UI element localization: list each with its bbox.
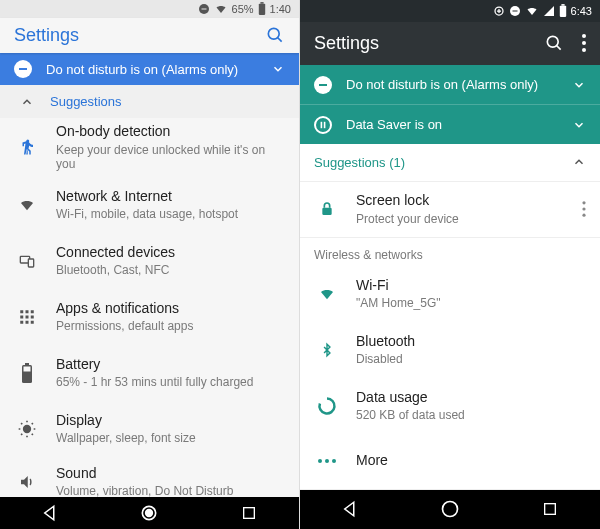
dnd-banner[interactable]: Do not disturb is on (Alarms only) [300,65,600,104]
network-internet-item[interactable]: Network & Internet Wi-Fi, mobile, data u… [0,177,299,233]
item-sub: Wallpaper, sleep, font size [56,431,285,445]
suggestion-card[interactable]: On-body detection Keep your device unloc… [0,118,299,177]
nav-bar [300,490,600,529]
back-button[interactable] [330,495,370,523]
suggestions-label: Suggestions [50,94,122,109]
svg-rect-3 [260,2,263,4]
battery-icon [14,363,40,383]
svg-rect-14 [26,315,29,318]
svg-rect-15 [31,315,34,318]
back-button[interactable] [30,499,70,527]
data-usage-item[interactable]: Data usage 520 KB of data used [300,378,600,434]
svg-rect-28 [512,10,517,11]
lock-icon [314,199,340,219]
battery-status-icon [258,2,266,15]
dnd-banner-text: Do not disturb is on (Alarms only) [346,77,572,92]
item-title: Data usage [356,389,586,407]
section-label: Wireless & networks [300,238,600,266]
overflow-menu-icon[interactable] [582,34,586,52]
status-bar: 65% 1:40 [0,0,299,18]
svg-rect-29 [559,6,565,17]
svg-rect-39 [322,208,331,215]
search-icon[interactable] [265,25,285,45]
signal-status-icon [543,5,555,17]
item-sub: 520 KB of data used [356,408,586,422]
chevron-down-icon [572,78,586,92]
svg-rect-2 [258,4,264,15]
apps-notifications-item[interactable]: Apps & notifications Permissions, defaul… [0,289,299,345]
dnd-banner[interactable]: Do not disturb is on (Alarms only) [0,53,299,85]
svg-rect-11 [26,310,29,313]
page-title: Settings [14,25,265,46]
svg-point-41 [582,207,585,210]
battery-item[interactable]: Battery 65% - 1 hr 53 mins until fully c… [0,345,299,401]
svg-point-22 [24,426,31,433]
svg-rect-13 [20,315,23,318]
svg-rect-1 [201,8,206,9]
svg-point-46 [443,502,458,517]
home-button[interactable] [430,495,470,523]
svg-point-42 [582,214,585,217]
data-usage-icon [314,396,340,416]
home-button[interactable] [129,499,169,527]
suggestion-sub: Keep your device unlocked while it's on … [56,143,285,172]
overflow-menu-icon[interactable] [574,201,586,217]
clock: 1:40 [270,3,291,15]
item-title: Display [56,412,285,430]
svg-rect-36 [319,84,327,86]
svg-rect-12 [31,310,34,313]
recents-button[interactable] [530,495,570,523]
app-bar: Settings [300,22,600,65]
display-item[interactable]: Display Wallpaper, sleep, font size [0,401,299,457]
suggestion-card[interactable]: Screen lock Protect your device [300,182,600,238]
minus-circle-icon [14,60,32,78]
chevron-up-icon [572,155,586,169]
wifi-status-icon [214,3,228,15]
status-bar: 6:43 [300,0,600,22]
recents-button[interactable] [229,499,269,527]
wifi-item[interactable]: Wi-Fi "AM Home_5G" [300,266,600,322]
svg-rect-17 [26,321,29,324]
suggestions-header[interactable]: Suggestions (1) [300,144,600,182]
sound-item[interactable]: Sound Volume, vibration, Do Not Disturb [0,457,299,497]
connected-devices-item[interactable]: Connected devices Bluetooth, Cast, NFC [0,233,299,289]
wifi-status-icon [525,5,539,17]
svg-point-44 [325,459,329,463]
app-bar: Settings [0,18,299,53]
data-saver-banner[interactable]: Data Saver is on [300,104,600,143]
svg-point-45 [332,459,336,463]
svg-point-35 [582,48,586,52]
item-sub: 65% - 1 hr 53 mins until fully charged [56,375,285,389]
svg-point-24 [146,510,153,517]
item-title: Battery [56,356,285,374]
volume-icon [14,473,40,491]
item-title: More [356,452,586,470]
bluetooth-item[interactable]: Bluetooth Disabled [300,322,600,378]
suggestion-title: On-body detection [56,123,285,141]
chevron-down-icon [271,62,285,76]
svg-rect-21 [24,366,31,371]
wifi-icon [14,197,40,213]
suggestions-header[interactable]: Suggestions [0,85,299,118]
item-title: Network & Internet [56,188,285,206]
walking-icon [14,136,40,158]
item-sub: Bluetooth, Cast, NFC [56,263,285,277]
item-title: Connected devices [56,244,285,262]
wifi-icon [314,286,340,302]
dnd-status-icon [198,3,210,15]
svg-rect-6 [19,68,27,70]
svg-rect-25 [244,508,255,519]
bluetooth-icon [314,340,340,360]
more-item[interactable]: More [300,434,600,490]
svg-rect-47 [545,504,556,515]
dnd-banner-text: Do not disturb is on (Alarms only) [46,62,271,77]
search-icon[interactable] [544,33,564,53]
item-sub: "AM Home_5G" [356,296,586,310]
devices-icon [14,253,40,269]
item-title: Bluetooth [356,333,586,351]
chevron-up-icon [14,95,40,109]
svg-point-43 [318,459,322,463]
battery-status-icon [559,4,567,17]
svg-point-34 [582,41,586,45]
svg-line-32 [557,46,561,50]
